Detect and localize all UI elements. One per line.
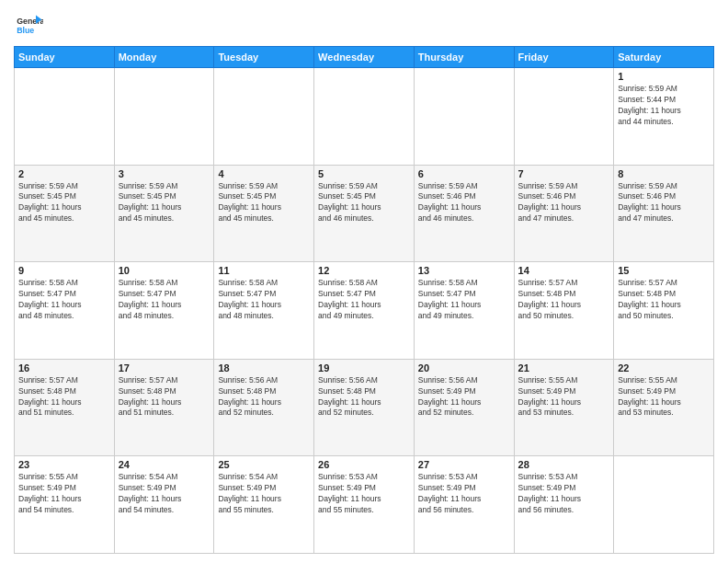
weekday-monday: Monday [114, 47, 214, 68]
day-cell: 13Sunrise: 5:58 AM Sunset: 5:47 PM Dayli… [414, 262, 514, 360]
day-info: Sunrise: 5:57 AM Sunset: 5:48 PM Dayligh… [518, 278, 610, 322]
day-number: 13 [418, 265, 510, 276]
calendar-table: SundayMondayTuesdayWednesdayThursdayFrid… [14, 46, 714, 554]
day-info: Sunrise: 5:59 AM Sunset: 5:45 PM Dayligh… [218, 181, 310, 225]
logo: General Blue [14, 9, 43, 39]
day-cell: 3Sunrise: 5:59 AM Sunset: 5:45 PM Daylig… [114, 165, 214, 262]
day-info: Sunrise: 5:53 AM Sunset: 5:49 PM Dayligh… [418, 472, 510, 516]
day-cell: 15Sunrise: 5:57 AM Sunset: 5:48 PM Dayli… [614, 262, 714, 360]
week-row-1: 2Sunrise: 5:59 AM Sunset: 5:45 PM Daylig… [15, 165, 714, 262]
day-cell [514, 68, 614, 166]
header: General Blue [14, 9, 714, 39]
day-number: 12 [318, 265, 410, 276]
day-cell: 11Sunrise: 5:58 AM Sunset: 5:47 PM Dayli… [214, 262, 314, 360]
day-cell: 10Sunrise: 5:58 AM Sunset: 5:47 PM Dayli… [114, 262, 214, 360]
day-info: Sunrise: 5:57 AM Sunset: 5:48 PM Dayligh… [119, 375, 210, 419]
day-info: Sunrise: 5:54 AM Sunset: 5:49 PM Dayligh… [119, 472, 210, 516]
day-number: 3 [119, 168, 210, 179]
day-cell [314, 68, 415, 166]
day-number: 19 [318, 362, 410, 373]
day-info: Sunrise: 5:55 AM Sunset: 5:49 PM Dayligh… [18, 472, 110, 516]
day-cell: 23Sunrise: 5:55 AM Sunset: 5:49 PM Dayli… [15, 456, 115, 554]
day-cell: 22Sunrise: 5:55 AM Sunset: 5:49 PM Dayli… [614, 359, 714, 456]
week-row-4: 23Sunrise: 5:55 AM Sunset: 5:49 PM Dayli… [15, 456, 714, 554]
day-cell: 26Sunrise: 5:53 AM Sunset: 5:49 PM Dayli… [314, 456, 415, 554]
day-cell: 12Sunrise: 5:58 AM Sunset: 5:47 PM Dayli… [314, 262, 415, 360]
page: General Blue SundayMondayTuesdayWednesda… [0, 0, 728, 563]
weekday-header-row: SundayMondayTuesdayWednesdayThursdayFrid… [15, 47, 714, 68]
day-cell: 20Sunrise: 5:56 AM Sunset: 5:49 PM Dayli… [414, 359, 514, 456]
day-cell: 14Sunrise: 5:57 AM Sunset: 5:48 PM Dayli… [514, 262, 614, 360]
day-cell: 8Sunrise: 5:59 AM Sunset: 5:46 PM Daylig… [614, 165, 714, 262]
day-info: Sunrise: 5:59 AM Sunset: 5:45 PM Dayligh… [18, 181, 110, 225]
day-info: Sunrise: 5:58 AM Sunset: 5:47 PM Dayligh… [318, 278, 410, 322]
day-info: Sunrise: 5:59 AM Sunset: 5:46 PM Dayligh… [618, 181, 710, 225]
day-number: 20 [418, 362, 510, 373]
day-cell [414, 68, 514, 166]
day-number: 11 [218, 265, 310, 276]
day-number: 27 [418, 459, 510, 470]
day-info: Sunrise: 5:53 AM Sunset: 5:49 PM Dayligh… [518, 472, 610, 516]
weekday-wednesday: Wednesday [314, 47, 415, 68]
day-cell [614, 456, 714, 554]
day-number: 18 [218, 362, 310, 373]
day-number: 9 [18, 265, 110, 276]
day-number: 28 [518, 459, 610, 470]
day-number: 22 [618, 362, 710, 373]
day-info: Sunrise: 5:58 AM Sunset: 5:47 PM Dayligh… [418, 278, 510, 322]
day-info: Sunrise: 5:58 AM Sunset: 5:47 PM Dayligh… [218, 278, 310, 322]
day-cell: 6Sunrise: 5:59 AM Sunset: 5:46 PM Daylig… [414, 165, 514, 262]
day-cell: 18Sunrise: 5:56 AM Sunset: 5:48 PM Dayli… [214, 359, 314, 456]
day-number: 1 [618, 71, 710, 82]
weekday-sunday: Sunday [15, 47, 115, 68]
day-number: 6 [418, 168, 510, 179]
day-number: 5 [318, 168, 410, 179]
day-number: 16 [18, 362, 110, 373]
day-number: 21 [518, 362, 610, 373]
day-number: 14 [518, 265, 610, 276]
day-cell [15, 68, 115, 166]
day-info: Sunrise: 5:57 AM Sunset: 5:48 PM Dayligh… [618, 278, 710, 322]
weekday-saturday: Saturday [614, 47, 714, 68]
day-cell: 7Sunrise: 5:59 AM Sunset: 5:46 PM Daylig… [514, 165, 614, 262]
day-number: 17 [119, 362, 210, 373]
day-cell: 25Sunrise: 5:54 AM Sunset: 5:49 PM Dayli… [214, 456, 314, 554]
day-info: Sunrise: 5:57 AM Sunset: 5:48 PM Dayligh… [18, 375, 110, 419]
day-info: Sunrise: 5:59 AM Sunset: 5:45 PM Dayligh… [119, 181, 210, 225]
day-cell: 5Sunrise: 5:59 AM Sunset: 5:45 PM Daylig… [314, 165, 415, 262]
weekday-thursday: Thursday [414, 47, 514, 68]
day-number: 4 [218, 168, 310, 179]
day-number: 8 [618, 168, 710, 179]
logo-icon: General Blue [14, 9, 43, 39]
day-number: 7 [518, 168, 610, 179]
day-number: 25 [218, 459, 310, 470]
week-row-3: 16Sunrise: 5:57 AM Sunset: 5:48 PM Dayli… [15, 359, 714, 456]
day-number: 26 [318, 459, 410, 470]
day-info: Sunrise: 5:56 AM Sunset: 5:49 PM Dayligh… [418, 375, 510, 419]
day-cell: 21Sunrise: 5:55 AM Sunset: 5:49 PM Dayli… [514, 359, 614, 456]
week-row-2: 9Sunrise: 5:58 AM Sunset: 5:47 PM Daylig… [15, 262, 714, 360]
day-info: Sunrise: 5:58 AM Sunset: 5:47 PM Dayligh… [119, 278, 210, 322]
day-info: Sunrise: 5:59 AM Sunset: 5:44 PM Dayligh… [618, 84, 710, 128]
day-cell: 16Sunrise: 5:57 AM Sunset: 5:48 PM Dayli… [15, 359, 115, 456]
day-info: Sunrise: 5:55 AM Sunset: 5:49 PM Dayligh… [618, 375, 710, 419]
day-info: Sunrise: 5:56 AM Sunset: 5:48 PM Dayligh… [318, 375, 410, 419]
day-cell: 27Sunrise: 5:53 AM Sunset: 5:49 PM Dayli… [414, 456, 514, 554]
day-info: Sunrise: 5:58 AM Sunset: 5:47 PM Dayligh… [18, 278, 110, 322]
day-cell: 4Sunrise: 5:59 AM Sunset: 5:45 PM Daylig… [214, 165, 314, 262]
day-number: 23 [18, 459, 110, 470]
day-cell: 17Sunrise: 5:57 AM Sunset: 5:48 PM Dayli… [114, 359, 214, 456]
day-cell: 9Sunrise: 5:58 AM Sunset: 5:47 PM Daylig… [15, 262, 115, 360]
day-info: Sunrise: 5:53 AM Sunset: 5:49 PM Dayligh… [318, 472, 410, 516]
day-cell [114, 68, 214, 166]
weekday-tuesday: Tuesday [214, 47, 314, 68]
day-info: Sunrise: 5:59 AM Sunset: 5:45 PM Dayligh… [318, 181, 410, 225]
day-info: Sunrise: 5:54 AM Sunset: 5:49 PM Dayligh… [218, 472, 310, 516]
day-info: Sunrise: 5:59 AM Sunset: 5:46 PM Dayligh… [518, 181, 610, 225]
day-cell: 2Sunrise: 5:59 AM Sunset: 5:45 PM Daylig… [15, 165, 115, 262]
day-cell: 24Sunrise: 5:54 AM Sunset: 5:49 PM Dayli… [114, 456, 214, 554]
day-info: Sunrise: 5:56 AM Sunset: 5:48 PM Dayligh… [218, 375, 310, 419]
day-cell: 28Sunrise: 5:53 AM Sunset: 5:49 PM Dayli… [514, 456, 614, 554]
day-info: Sunrise: 5:59 AM Sunset: 5:46 PM Dayligh… [418, 181, 510, 225]
day-cell [214, 68, 314, 166]
